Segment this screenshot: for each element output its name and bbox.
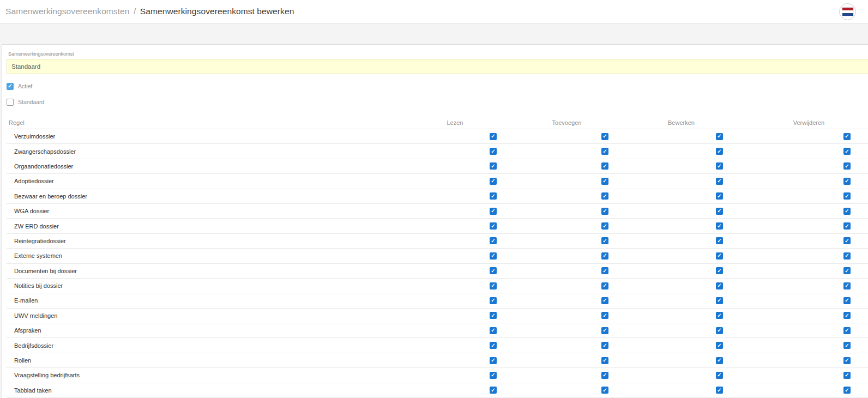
- permission-checkbox-bewerken[interactable]: ✓: [716, 252, 723, 260]
- permission-checkbox-lezen[interactable]: ✓: [490, 342, 497, 349]
- row-label: Externe systemen: [7, 252, 437, 259]
- permission-checkbox-verwijderen[interactable]: ✓: [843, 252, 851, 260]
- language-switch-button[interactable]: [839, 3, 856, 20]
- permission-checkbox-bewerken[interactable]: ✓: [716, 208, 723, 215]
- page-title: Samenwerkingsovereenkomst bewerken: [140, 7, 294, 16]
- permission-checkbox-verwijderen[interactable]: ✓: [843, 357, 851, 364]
- breadcrumb-parent-link[interactable]: Samenwerkingsovereenkomsten: [5, 7, 130, 16]
- standaard-checkbox[interactable]: Standaard: [7, 98, 868, 106]
- permission-checkbox-toevoegen[interactable]: ✓: [601, 222, 608, 230]
- permission-checkbox-verwijderen[interactable]: ✓: [843, 222, 851, 230]
- permission-checkbox-verwijderen[interactable]: ✓: [843, 342, 851, 349]
- agreement-field-label: Samenwerkingsovereenkomst: [8, 51, 868, 57]
- permission-checkbox-lezen[interactable]: ✓: [490, 252, 497, 260]
- permission-checkbox-verwijderen[interactable]: ✓: [843, 372, 851, 379]
- permission-checkbox-bewerken[interactable]: ✓: [716, 178, 723, 185]
- permission-checkbox-toevoegen[interactable]: ✓: [601, 357, 608, 364]
- table-row: Bezwaar en beroep dossier ✓ ✓ ✓ ✓: [7, 189, 868, 204]
- permission-checkbox-toevoegen[interactable]: ✓: [601, 387, 608, 394]
- permission-checkbox-bewerken[interactable]: ✓: [716, 192, 723, 200]
- permission-checkbox-toevoegen[interactable]: ✓: [601, 297, 608, 304]
- standaard-checkbox-label: Standaard: [18, 99, 44, 105]
- agreement-name-input[interactable]: [7, 59, 868, 74]
- permission-checkbox-lezen[interactable]: ✓: [490, 387, 497, 394]
- permission-checkbox-lezen[interactable]: ✓: [490, 162, 497, 170]
- permission-checkbox-toevoegen[interactable]: ✓: [601, 342, 608, 349]
- row-label: Adoptiedossier: [7, 178, 437, 184]
- table-row: Tabblad taken ✓ ✓ ✓ ✓: [7, 383, 868, 398]
- table-row: Reintegratiedossier ✓ ✓ ✓ ✓: [7, 234, 868, 249]
- permission-checkbox-lezen[interactable]: ✓: [490, 327, 497, 334]
- permission-checkbox-verwijderen[interactable]: ✓: [843, 387, 851, 394]
- permission-checkbox-toevoegen[interactable]: ✓: [601, 252, 608, 260]
- permission-checkbox-toevoegen[interactable]: ✓: [601, 148, 608, 155]
- permission-checkbox-verwijderen[interactable]: ✓: [843, 178, 851, 185]
- permission-checkbox-bewerken[interactable]: ✓: [716, 267, 723, 274]
- permission-checkbox-bewerken[interactable]: ✓: [716, 148, 723, 155]
- row-label: UWV meldingen: [7, 312, 437, 319]
- permission-checkbox-verwijderen[interactable]: ✓: [843, 148, 851, 155]
- permission-checkbox-lezen[interactable]: ✓: [490, 222, 497, 230]
- permission-checkbox-verwijderen[interactable]: ✓: [843, 133, 851, 140]
- permission-checkbox-lezen[interactable]: ✓: [490, 312, 497, 319]
- permission-checkbox-verwijderen[interactable]: ✓: [843, 237, 851, 244]
- permission-checkbox-toevoegen[interactable]: ✓: [601, 192, 608, 200]
- permission-checkbox-toevoegen[interactable]: ✓: [601, 312, 608, 319]
- table-row: Verzuimdossier ✓ ✓ ✓ ✓: [7, 129, 868, 144]
- table-row: Vraagstelling bedrijfsarts ✓ ✓ ✓ ✓: [7, 368, 868, 383]
- actief-checkbox[interactable]: ✓ Actief: [7, 82, 868, 90]
- permission-checkbox-verwijderen[interactable]: ✓: [843, 192, 851, 200]
- permission-checkbox-toevoegen[interactable]: ✓: [601, 327, 608, 334]
- table-row: ZW ERD dossier ✓ ✓ ✓ ✓: [7, 219, 868, 233]
- top-bar: Samenwerkingsovereenkomsten / Samenwerki…: [0, 0, 868, 23]
- permission-checkbox-toevoegen[interactable]: ✓: [601, 372, 608, 379]
- permission-checkbox-toevoegen[interactable]: ✓: [601, 162, 608, 170]
- column-header-regel: Regel: [7, 119, 437, 126]
- permission-checkbox-bewerken[interactable]: ✓: [716, 222, 723, 230]
- permission-checkbox-toevoegen[interactable]: ✓: [601, 282, 608, 290]
- permission-checkbox-verwijderen[interactable]: ✓: [843, 267, 851, 274]
- permission-checkbox-lezen[interactable]: ✓: [490, 282, 497, 290]
- row-label: Zwangerschapsdossier: [7, 148, 437, 155]
- permission-checkbox-verwijderen[interactable]: ✓: [843, 162, 851, 170]
- table-row: Externe systemen ✓ ✓ ✓ ✓: [7, 249, 868, 263]
- permission-checkbox-lezen[interactable]: ✓: [490, 297, 497, 304]
- permission-checkbox-verwijderen[interactable]: ✓: [843, 282, 851, 290]
- permission-checkbox-verwijderen[interactable]: ✓: [843, 312, 851, 319]
- permission-checkbox-verwijderen[interactable]: ✓: [843, 208, 851, 215]
- permissions-table-header: Regel Lezen Toevoegen Bewerken Verwijder…: [7, 116, 868, 129]
- actief-checkbox-label: Actief: [18, 83, 32, 89]
- permission-checkbox-toevoegen[interactable]: ✓: [601, 267, 608, 274]
- permission-checkbox-toevoegen[interactable]: ✓: [601, 208, 608, 215]
- permission-checkbox-bewerken[interactable]: ✓: [716, 237, 723, 244]
- permission-checkbox-bewerken[interactable]: ✓: [716, 312, 723, 319]
- permission-checkbox-bewerken[interactable]: ✓: [716, 162, 723, 170]
- permission-checkbox-lezen[interactable]: ✓: [490, 372, 497, 379]
- permission-checkbox-bewerken[interactable]: ✓: [716, 342, 723, 349]
- permission-checkbox-bewerken[interactable]: ✓: [716, 297, 723, 304]
- row-label: ZW ERD dossier: [7, 223, 437, 230]
- permission-checkbox-lezen[interactable]: ✓: [490, 192, 497, 200]
- table-row: WGA dossier ✓ ✓ ✓ ✓: [7, 204, 868, 219]
- permission-checkbox-bewerken[interactable]: ✓: [716, 282, 723, 290]
- permission-checkbox-lezen[interactable]: ✓: [490, 208, 497, 215]
- permission-checkbox-lezen[interactable]: ✓: [490, 133, 497, 140]
- permission-checkbox-verwijderen[interactable]: ✓: [843, 327, 851, 334]
- permission-checkbox-lezen[interactable]: ✓: [490, 237, 497, 244]
- permission-checkbox-toevoegen[interactable]: ✓: [601, 178, 608, 185]
- permission-checkbox-toevoegen[interactable]: ✓: [601, 237, 608, 244]
- permission-checkbox-bewerken[interactable]: ✓: [716, 133, 723, 140]
- dutch-flag-icon: [842, 8, 853, 16]
- column-header-verwijderen: Verwijderen: [793, 119, 824, 126]
- permission-checkbox-lezen[interactable]: ✓: [490, 357, 497, 364]
- permission-checkbox-bewerken[interactable]: ✓: [716, 387, 723, 394]
- permission-checkbox-lezen[interactable]: ✓: [490, 267, 497, 274]
- permission-checkbox-verwijderen[interactable]: ✓: [843, 297, 851, 304]
- permission-checkbox-toevoegen[interactable]: ✓: [601, 133, 608, 140]
- permission-checkbox-lezen[interactable]: ✓: [490, 178, 497, 185]
- permission-checkbox-bewerken[interactable]: ✓: [716, 357, 723, 364]
- permission-checkbox-bewerken[interactable]: ✓: [716, 372, 723, 379]
- permission-checkbox-lezen[interactable]: ✓: [490, 148, 497, 155]
- permission-checkbox-bewerken[interactable]: ✓: [716, 327, 723, 334]
- row-label: Afspraken: [7, 327, 437, 334]
